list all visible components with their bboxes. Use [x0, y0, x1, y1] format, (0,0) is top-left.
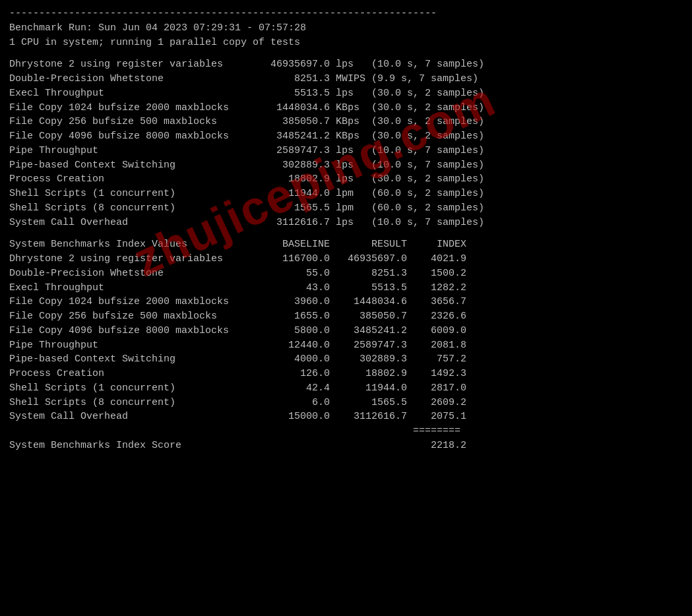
raw-result-line: Process Creation 18802.9 lps (30.0 s, 2 … [9, 172, 683, 187]
raw-result-line: File Copy 256 bufsize 500 maxblocks 3850… [9, 115, 683, 129]
cpu-info-line: 1 CPU in system; running 1 parallel copy… [9, 36, 683, 50]
raw-result-line: System Call Overhead 3112616.7 lps (10.0… [9, 216, 683, 230]
index-result-line: Process Creation 126.0 18802.9 1492.3 [9, 367, 683, 381]
index-result-line: Double-Precision Whetstone 55.0 8251.3 1… [9, 266, 683, 281]
benchmark-run-line: Benchmark Run: Sun Jun 04 2023 07:29:31 … [9, 21, 683, 36]
raw-result-line: Pipe Throughput 2589747.3 lps (10.0 s, 7… [9, 144, 683, 158]
index-result-line: Execl Throughput 43.0 5513.5 1282.2 [9, 281, 683, 295]
score-line: System Benchmarks Index Score 2218.2 [9, 439, 683, 453]
raw-result-line: File Copy 1024 bufsize 2000 maxblocks 14… [9, 101, 683, 115]
raw-result-line: File Copy 4096 bufsize 8000 maxblocks 34… [9, 129, 683, 144]
index-result-line: Pipe-based Context Switching 4000.0 3028… [9, 352, 683, 367]
raw-result-line: Execl Throughput 5513.5 lps (30.0 s, 2 s… [9, 86, 683, 101]
index-result-line: System Call Overhead 15000.0 3112616.7 2… [9, 410, 683, 424]
index-result-line: File Copy 1024 bufsize 2000 maxblocks 39… [9, 295, 683, 309]
index-result-line: Pipe Throughput 12440.0 2589747.3 2081.8 [9, 338, 683, 353]
terminal-output: ----------------------------------------… [9, 7, 683, 453]
index-result-line: Shell Scripts (8 concurrent) 6.0 1565.5 … [9, 396, 683, 410]
raw-result-line: Shell Scripts (8 concurrent) 1565.5 lpm … [9, 201, 683, 216]
raw-result-line: Double-Precision Whetstone 8251.3 MWIPS … [9, 72, 683, 86]
raw-result-line: Shell Scripts (1 concurrent) 11944.0 lpm… [9, 187, 683, 201]
index-header: System Benchmarks Index Values BASELINE … [9, 237, 683, 252]
raw-result-line: Dhrystone 2 using register variables 469… [9, 57, 683, 72]
equals-line: ======== [9, 424, 683, 439]
index-result-line: Shell Scripts (1 concurrent) 42.4 11944.… [9, 381, 683, 396]
separator-top: ----------------------------------------… [9, 7, 683, 21]
index-results: Dhrystone 2 using register variables 116… [9, 252, 683, 424]
raw-results: Dhrystone 2 using register variables 469… [9, 57, 683, 230]
index-result-line: Dhrystone 2 using register variables 116… [9, 252, 683, 266]
index-result-line: File Copy 256 bufsize 500 maxblocks 1655… [9, 309, 683, 324]
index-result-line: File Copy 4096 bufsize 8000 maxblocks 58… [9, 324, 683, 338]
raw-result-line: Pipe-based Context Switching 302889.3 lp… [9, 158, 683, 173]
